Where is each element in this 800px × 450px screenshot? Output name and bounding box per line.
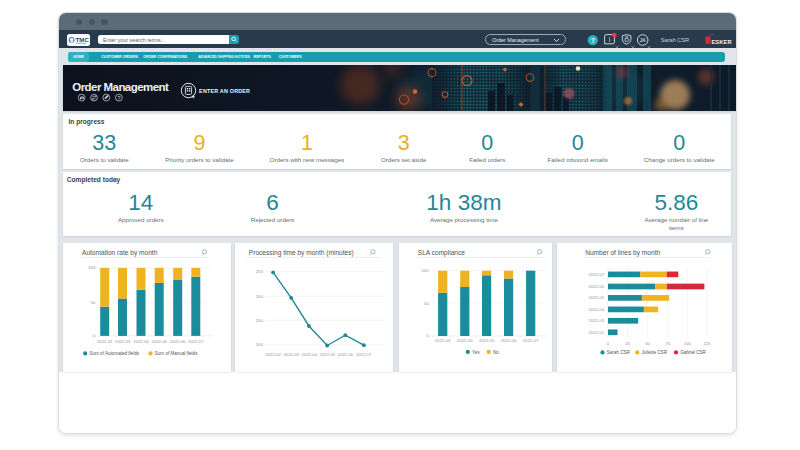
- svg-text:125: 125: [703, 341, 711, 346]
- svg-text:75: 75: [665, 341, 670, 346]
- svg-text:2022-04: 2022-04: [133, 339, 149, 344]
- svg-text:Sum of Automated fields: Sum of Automated fields: [89, 351, 139, 356]
- svg-text:Sum of Manual fields: Sum of Manual fields: [155, 351, 198, 356]
- svg-text:Processing time by month (minu: Processing time by month (minutes): [249, 249, 354, 257]
- svg-text:50: 50: [91, 300, 96, 305]
- svg-text:TMC: TMC: [75, 36, 89, 43]
- svg-text:0: 0: [606, 341, 609, 346]
- svg-text:2022-02: 2022-02: [588, 330, 604, 335]
- svg-text:Gabriel CSR: Gabriel CSR: [680, 350, 706, 355]
- svg-text:2022-04: 2022-04: [588, 307, 604, 312]
- svg-text:150: 150: [256, 318, 264, 323]
- svg-text:2022-03: 2022-03: [435, 338, 451, 343]
- svg-text:2022-06: 2022-06: [170, 339, 186, 344]
- svg-text:2022-05: 2022-05: [588, 295, 604, 300]
- svg-text:2022-06: 2022-06: [338, 352, 354, 357]
- svg-text:2022-07: 2022-07: [588, 272, 604, 277]
- svg-text:25: 25: [625, 341, 630, 346]
- svg-text:2022-07: 2022-07: [188, 339, 204, 344]
- svg-text:100: 100: [421, 268, 429, 273]
- svg-text:2022-05: 2022-05: [320, 352, 336, 357]
- svg-text:ESKER: ESKER: [711, 39, 731, 45]
- svg-text:2022-07: 2022-07: [523, 338, 539, 343]
- svg-text:2022-03: 2022-03: [115, 339, 131, 344]
- svg-text:2022-06: 2022-06: [588, 284, 604, 289]
- svg-text:100: 100: [256, 342, 264, 347]
- svg-text:2022-05: 2022-05: [152, 339, 168, 344]
- svg-text:i: i: [609, 36, 611, 43]
- svg-text:Automation rate by month: Automation rate by month: [82, 249, 158, 257]
- svg-text:2022-07: 2022-07: [356, 352, 372, 357]
- svg-text:2022-04: 2022-04: [302, 352, 318, 357]
- svg-text:2022-05: 2022-05: [479, 338, 495, 343]
- svg-text:100: 100: [683, 341, 691, 346]
- svg-text:Sarah CSR: Sarah CSR: [606, 350, 630, 355]
- svg-text:Number of lines by month: Number of lines by month: [585, 249, 660, 257]
- svg-text:2022-03: 2022-03: [284, 352, 300, 357]
- svg-text:0: 0: [93, 333, 96, 338]
- svg-text:?: ?: [118, 95, 121, 101]
- svg-text:2022-06: 2022-06: [501, 338, 517, 343]
- svg-text:2022-02: 2022-02: [265, 352, 281, 357]
- svg-text:?: ?: [591, 37, 595, 44]
- svg-text:2022-04: 2022-04: [457, 338, 473, 343]
- svg-text:250: 250: [256, 269, 264, 274]
- svg-text:100: 100: [88, 265, 96, 270]
- svg-text:Juliette CSR: Juliette CSR: [641, 350, 667, 355]
- svg-text:Yes: Yes: [472, 350, 480, 355]
- svg-text:SLA compliance: SLA compliance: [417, 249, 465, 257]
- svg-text:2022-03: 2022-03: [588, 318, 604, 323]
- svg-text:0: 0: [426, 334, 429, 339]
- svg-text:200: 200: [256, 294, 264, 299]
- svg-text:50: 50: [424, 301, 429, 306]
- svg-text:2022-02: 2022-02: [97, 339, 113, 344]
- svg-text:50: 50: [645, 341, 650, 346]
- svg-text:No: No: [493, 350, 499, 355]
- svg-text:JA: JA: [640, 38, 647, 43]
